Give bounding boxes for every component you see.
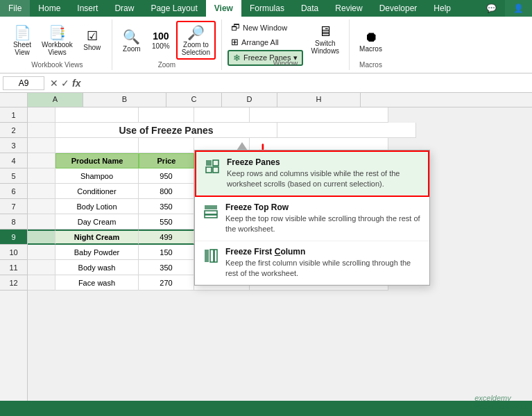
cell-b4[interactable]: Product Name [55, 153, 139, 168]
switch-windows-button[interactable]: 🖥 SwitchWindows [307, 21, 344, 57]
new-window-button[interactable]: 🗗 New Window [228, 21, 303, 34]
cell-c1[interactable] [139, 107, 194, 123]
cell-a3[interactable] [28, 138, 55, 153]
cell-b10[interactable]: Baby Powder [55, 245, 139, 260]
col-header-b: B [83, 93, 166, 107]
chat-icon-btn[interactable]: 💬 [478, 0, 505, 17]
freeze-panes-item-icon [205, 159, 220, 178]
row-header-11[interactable]: 11 [0, 260, 27, 275]
insert-function-icon[interactable]: fx [72, 78, 80, 89]
cell-h2[interactable] [277, 123, 416, 138]
cell-b8[interactable]: Day Cream [55, 214, 139, 229]
tab-data[interactable]: Data [293, 0, 327, 17]
svg-rect-4 [205, 205, 217, 209]
tab-insert[interactable]: Insert [69, 0, 106, 17]
cell-c6[interactable]: 800 [139, 184, 194, 199]
cell-reference-box[interactable] [3, 76, 44, 90]
cell-c4[interactable]: Price [139, 153, 194, 168]
app-container: File Home Insert Draw Page Layout View F… [0, 0, 532, 416]
formula-input[interactable] [86, 77, 529, 89]
tab-formulas[interactable]: Formulas [241, 0, 293, 17]
cell-c8[interactable]: 550 [139, 214, 194, 229]
sheet-view-button[interactable]: 📄 SheetView [8, 22, 36, 58]
cell-c3[interactable] [139, 138, 194, 153]
cell-b11[interactable]: Body wash [55, 260, 139, 275]
tab-file[interactable]: File [0, 0, 30, 17]
zoom-100-button[interactable]: 100 100% [147, 28, 175, 52]
zoom-button[interactable]: 🔍 Zoom [118, 26, 146, 55]
svg-rect-8 [210, 250, 214, 262]
cell-a2[interactable] [28, 123, 55, 138]
cell-a5[interactable] [28, 168, 55, 184]
freeze-first-column-item[interactable]: Freeze First Column Keep the first colum… [195, 241, 429, 286]
ribbon-content: 📄 SheetView 📑 WorkbookViews ☑ Show Workb… [0, 17, 532, 73]
tab-view[interactable]: View [206, 0, 241, 17]
cell-b9[interactable]: Night Cream [55, 229, 139, 245]
cell-a7[interactable] [28, 199, 55, 214]
row-header-6[interactable]: 6 [0, 184, 27, 199]
confirm-formula-icon[interactable]: ✓ [61, 78, 69, 89]
new-window-icon: 🗗 [231, 22, 240, 33]
user-avatar[interactable]: 👤 [505, 0, 532, 17]
row-header-12[interactable]: 12 [0, 275, 27, 291]
row-header-2[interactable]: 2 [0, 123, 27, 138]
cell-a11[interactable] [28, 260, 55, 275]
arrange-all-label: Arrange All [241, 38, 279, 46]
cell-b3[interactable] [55, 138, 139, 153]
row-header-4[interactable]: 4 [0, 153, 27, 168]
formula-bar: ✕ ✓ fx [0, 73, 532, 93]
cell-b1[interactable] [55, 107, 139, 123]
cell-a8[interactable] [28, 214, 55, 229]
row-header-9[interactable]: 9 [0, 229, 27, 245]
cell-a10[interactable] [28, 245, 55, 260]
tab-pagelayout[interactable]: Page Layout [142, 0, 205, 17]
cell-a1[interactable] [28, 107, 55, 123]
cancel-formula-icon[interactable]: ✕ [50, 78, 58, 89]
row-header-1[interactable]: 1 [0, 107, 27, 123]
cell-b7[interactable]: Body Lotion [55, 199, 139, 214]
tab-review[interactable]: Review [327, 0, 370, 17]
workbook-views-label: Workbook Views [31, 61, 83, 69]
cell-b5[interactable]: Shampoo [55, 168, 139, 184]
workbook-views-button[interactable]: 📑 WorkbookViews [37, 22, 77, 58]
cell-c11[interactable]: 350 [139, 260, 194, 275]
tab-developer[interactable]: Developer [371, 0, 426, 17]
cell-h1[interactable] [250, 107, 388, 123]
cell-d1[interactable] [194, 107, 250, 123]
tab-home[interactable]: Home [30, 0, 69, 17]
freeze-top-row-item[interactable]: Freeze Top Row Keep the top row visible … [195, 197, 429, 241]
show-label: Show [83, 44, 101, 51]
cell-a12[interactable] [28, 275, 55, 291]
freeze-first-column-desc: Keep the first column visible while scro… [225, 258, 421, 279]
cell-b6[interactable]: Conditioner [55, 184, 139, 199]
freeze-panes-svg-icon [205, 159, 220, 174]
row-header-3[interactable]: 3 [0, 138, 27, 153]
cell-a9[interactable] [28, 229, 55, 245]
row-header-5[interactable]: 5 [0, 168, 27, 184]
cell-c7[interactable]: 350 [139, 199, 194, 214]
cell-c5[interactable]: 950 [139, 168, 194, 184]
arrange-all-button[interactable]: ⊞ Arrange All [228, 35, 303, 49]
cell-b2-merged[interactable]: Use of Freeze Panes [55, 123, 277, 138]
freeze-panes-item[interactable]: Freeze Panes Keep rows and columns visib… [195, 150, 429, 197]
workbook-views-group: 📄 SheetView 📑 WorkbookViews ☑ Show Workb… [3, 19, 112, 70]
row-header-7[interactable]: 7 [0, 199, 27, 214]
cell-c10[interactable]: 150 [139, 245, 194, 260]
tab-help[interactable]: Help [425, 0, 459, 17]
cell-c12[interactable]: 270 [139, 275, 194, 291]
row-header-8[interactable]: 8 [0, 214, 27, 229]
switch-windows-label: SwitchWindows [311, 40, 340, 55]
zoom-to-selection-button[interactable]: 🔎 Zoom toSelection [176, 21, 216, 60]
show-button[interactable]: ☑ Show [78, 27, 106, 54]
cell-a6[interactable] [28, 184, 55, 199]
macros-button[interactable]: ⏺ Macros [355, 26, 386, 55]
corner-cell [0, 93, 28, 107]
workbook-views-buttons: 📄 SheetView 📑 WorkbookViews ☑ Show [8, 21, 106, 60]
tab-draw[interactable]: Draw [106, 0, 142, 17]
cell-c9[interactable]: 499 [139, 229, 194, 245]
row-header-10[interactable]: 10 [0, 245, 27, 260]
cell-b12[interactable]: Face wash [55, 275, 139, 291]
cell-a4[interactable] [28, 153, 55, 168]
freeze-first-column-text: Freeze First Column Keep the first colum… [225, 247, 421, 279]
table-row [28, 107, 532, 123]
